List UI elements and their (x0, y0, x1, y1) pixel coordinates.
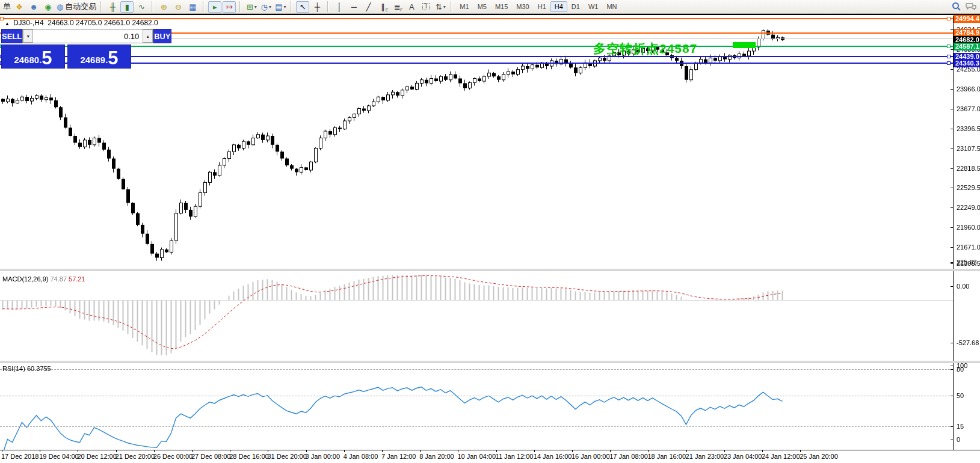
chevron-down-icon[interactable]: ▾ (254, 4, 257, 10)
time-axis-tick (496, 450, 497, 452)
timeframe-m5-button[interactable]: M5 (473, 1, 491, 12)
order-menu-label[interactable]: 单 (3, 1, 11, 12)
volume-input[interactable] (33, 29, 143, 43)
volume-down-button[interactable]: ▾ (23, 29, 33, 43)
macd-signal-value: 57.21 (69, 275, 85, 283)
fibonacci-button[interactable]: ≣F (390, 1, 404, 13)
time-axis-tick (78, 450, 78, 452)
horizontal-line-icon: ─ (351, 3, 357, 11)
indicators-button[interactable]: ⊞▾ (245, 1, 258, 13)
line-chart-button[interactable]: ∿ (135, 1, 148, 13)
rsi-tick (951, 426, 954, 427)
text-icon: A (409, 3, 414, 11)
time-axis-tick (724, 450, 725, 452)
time-axis-tick (382, 450, 383, 452)
profile-button[interactable]: ☻ (27, 1, 40, 13)
horizontal-line-object[interactable] (0, 63, 953, 64)
tile-windows-button[interactable]: ▦ (186, 1, 199, 13)
time-axis-tick (686, 450, 687, 452)
chevron-down-icon[interactable]: ▾ (269, 4, 271, 10)
horizontal-line-object[interactable] (0, 56, 953, 57)
candlestick-chart[interactable] (0, 16, 953, 269)
price-tick (951, 247, 954, 248)
chart-title: ▲DJ30-,H4 24663.0 24705.0 24661.0 24682.… (5, 19, 158, 27)
sell-button[interactable]: SELL (1, 29, 22, 43)
profile-icon: ☻ (29, 3, 38, 11)
crosshair-button[interactable]: ┼ (310, 1, 324, 13)
chevron-down-icon[interactable]: ▾ (283, 4, 286, 10)
price-axis-line (953, 16, 954, 450)
trendline-button[interactable]: ╱ (362, 1, 375, 13)
chart-shift-icon: ↦ (226, 3, 233, 11)
timeframe-m30-button[interactable]: M30 (512, 1, 533, 12)
vertical-line-button[interactable]: │ (333, 1, 346, 13)
zoom-out-button[interactable]: ⊖ (171, 1, 185, 13)
sell-price-box[interactable]: 24680.5 (1, 44, 65, 69)
timeframe-w1-button[interactable]: W1 (584, 1, 603, 12)
equidistant-channel-button[interactable]: ∥E (376, 1, 389, 13)
search-icon[interactable] (950, 1, 963, 13)
collapse-arrow-icon[interactable]: ▲ (5, 21, 10, 26)
text-button[interactable]: A (405, 1, 418, 13)
rsi-indicator-chart[interactable] (0, 364, 953, 450)
periods-button[interactable]: ◷▾ (259, 1, 273, 13)
timeframe-m1-button[interactable]: M1 (455, 1, 473, 12)
templates-button[interactable]: ▤▾ (274, 1, 287, 13)
arrows-button[interactable]: ⇅▾ (434, 1, 447, 13)
panel-splitter-rsi[interactable] (0, 361, 980, 363)
time-axis-label: 10 Jan 04:00 (457, 453, 496, 460)
rsi-tick (951, 440, 954, 440)
buy-button[interactable]: BUY (153, 29, 171, 43)
rsi-level-line (0, 426, 953, 427)
cursor-button[interactable]: ↖ (296, 1, 309, 13)
line-end-marker[interactable] (0, 17, 4, 20)
volume-up-button[interactable]: ▴ (143, 29, 153, 43)
time-axis-label: 18 Jan 16:00 (647, 453, 686, 460)
signals-button[interactable]: ◉ (42, 1, 55, 13)
auto-trading-button[interactable]: ◍自动交易 (56, 1, 97, 13)
time-axis-tick (534, 450, 535, 452)
time-axis-label: 7 Jan 12:00 (381, 453, 416, 460)
bar-chart-button[interactable]: ╫ (106, 1, 119, 13)
highlight-rectangle[interactable] (733, 42, 756, 48)
time-axis-tick (116, 450, 117, 452)
macd-indicator-chart[interactable] (0, 272, 953, 360)
horizontal-line-object[interactable] (0, 46, 953, 47)
auto-trading-label[interactable]: 自动交易 (65, 1, 96, 12)
buy-price-box[interactable]: 24689.5 (67, 44, 131, 69)
price-tick-label: 23107.5 (957, 145, 980, 152)
text-label-button[interactable]: T (419, 1, 433, 13)
timeframe-h1-button[interactable]: H1 (534, 1, 550, 12)
candlestick-chart-button[interactable]: ▮ (120, 1, 134, 13)
auto-scroll-button[interactable]: ▸ (208, 1, 221, 13)
time-axis-tick (610, 450, 611, 452)
toolbar: 单❖☻◉◍自动交易╫▮∿⊕⊖▦▸↦⊞▾◷▾▤▾↖┼│─╱∥E≣FAT⇅▾M1M5… (0, 0, 980, 14)
chat-icon[interactable] (964, 1, 978, 13)
price-badge: 24994.4 (954, 15, 980, 23)
time-axis-tick (648, 450, 649, 452)
price-tick-label: 21960.0 (957, 224, 980, 231)
panel-splitter-macd[interactable] (0, 269, 980, 271)
timeframe-d1-button[interactable]: D1 (567, 1, 584, 12)
line-chart-icon: ∿ (138, 3, 145, 11)
line-end-marker[interactable] (947, 17, 951, 20)
line-end-marker[interactable] (947, 44, 951, 48)
toolbar-separator (327, 1, 329, 12)
auto-scroll-icon: ▸ (213, 3, 217, 11)
price-tick (951, 69, 954, 70)
new-order-button[interactable]: ❖ (13, 1, 26, 13)
time-axis-label: 26 Dec 00:00 (153, 453, 193, 460)
timeframe-h4-button[interactable]: H4 (550, 1, 567, 12)
horizontal-line-button[interactable]: ─ (347, 1, 360, 13)
indicators-icon: ⊞ (247, 3, 253, 11)
line-end-marker[interactable] (947, 55, 951, 58)
timeframe-m15-button[interactable]: M15 (491, 1, 512, 12)
time-axis-label: 21 Dec 20:00 (116, 453, 155, 460)
chart-shift-button[interactable]: ↦ (223, 1, 236, 13)
chevron-down-icon[interactable]: ▾ (443, 4, 446, 10)
zoom-in-button[interactable]: ⊕ (157, 1, 170, 13)
macd-tick-label: 0.00 (957, 283, 969, 290)
price-tick-label: 22249.0 (957, 204, 980, 211)
line-end-marker[interactable] (947, 61, 951, 65)
timeframe-mn-button[interactable]: MN (602, 1, 621, 12)
